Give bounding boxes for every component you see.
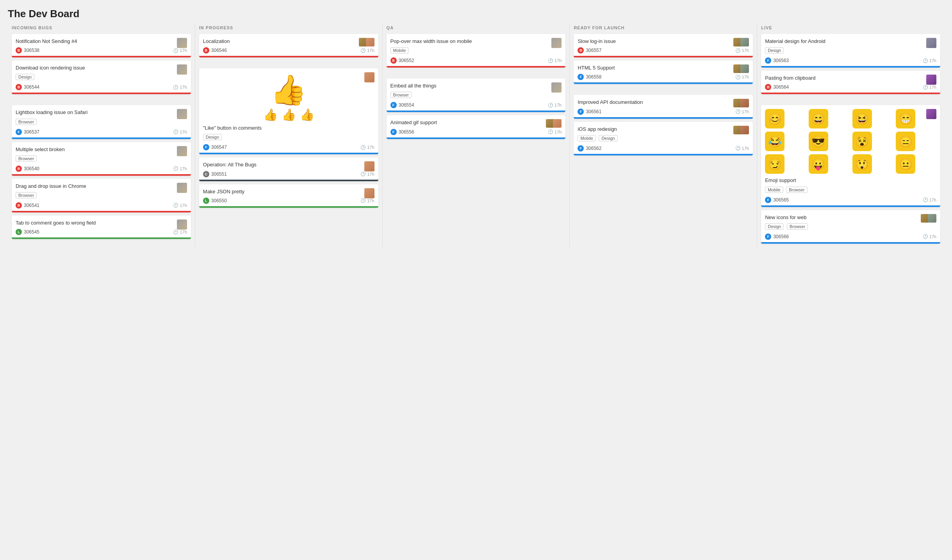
card-bar — [761, 242, 940, 244]
time-info: 🕐 17h — [360, 198, 374, 203]
card-api-docs[interactable]: Improved API documentation F 306561 🕐 17… — [574, 95, 753, 118]
clock-icon: 🕐 — [735, 48, 741, 53]
badge-f: F — [578, 145, 584, 152]
issue-id: L 306545 — [16, 229, 39, 235]
emoji-face-2: 😄 — [809, 109, 828, 128]
tag-browser[interactable]: Browser — [16, 119, 37, 125]
time-value: 17h — [929, 58, 936, 63]
time-value: 17h — [742, 75, 749, 79]
clock-icon: 🕐 — [735, 75, 741, 80]
card-pasting-clipboard[interactable]: Pasting from clipboard B 306564 🕐 17h — [761, 71, 940, 94]
badge-l: L — [16, 229, 22, 235]
badge-b: B — [16, 166, 22, 172]
time-value: 17h — [367, 172, 374, 177]
tag-browser[interactable]: Browser — [16, 155, 37, 162]
card-title: HTML 5 Support — [578, 64, 749, 71]
clock-icon: 🕐 — [923, 85, 928, 90]
badge-f: F — [578, 74, 584, 80]
avatar — [740, 99, 749, 107]
issue-number: 306546 — [211, 48, 227, 53]
avatar — [928, 214, 936, 223]
tag-design[interactable]: Design — [203, 134, 222, 140]
time-value: 17h — [554, 58, 562, 63]
card-slow-login[interactable]: Slow log-in issue B 306557 🕐 17h — [574, 34, 753, 57]
tag-design[interactable]: Design — [765, 223, 784, 230]
issue-id: F 306565 — [765, 197, 789, 203]
time-value: 17h — [180, 130, 187, 134]
card-operation-bugs[interactable]: Operation: All The Bugs C 306551 🕐 17h — [199, 157, 378, 181]
card-title: Localization — [203, 38, 374, 45]
time-info: 🕐 17h — [923, 58, 936, 63]
card-bar — [387, 137, 566, 139]
tag-mobile[interactable]: Mobile — [578, 135, 595, 141]
issue-number: 306547 — [211, 144, 227, 150]
time-value: 17h — [180, 203, 187, 208]
card-lightbox[interactable]: Lightbox loading issue on Safari Browser… — [12, 105, 191, 139]
card-ios-redesign[interactable]: iOS app redesign Mobile Design F 306562 … — [574, 122, 753, 155]
tag-browser[interactable]: Browser — [390, 92, 412, 98]
avatar-group — [733, 64, 749, 73]
issue-number: 306545 — [24, 229, 39, 235]
clock-icon: 🕐 — [548, 103, 553, 108]
issue-id: F 306558 — [578, 74, 601, 80]
tag-browser[interactable]: Browser — [786, 187, 807, 193]
issue-id: B 306544 — [16, 84, 39, 90]
card-material-design[interactable]: Material design for Android Design F 306… — [761, 34, 940, 68]
card-download-icon[interactable]: Download icon rendering issue Design B 3… — [12, 61, 191, 94]
time-info: 🕐 17h — [173, 85, 187, 90]
card-localization[interactable]: Localization B 306546 🕐 17h — [199, 34, 378, 57]
clock-icon: 🕐 — [173, 166, 178, 171]
card-gif[interactable]: Animated gif support F 306556 🕐 17h — [387, 115, 566, 139]
clock-icon: 🕐 — [173, 203, 178, 208]
card-embed[interactable]: Embed all the things Browser F 306554 🕐 … — [387, 78, 566, 112]
card-bar — [574, 82, 753, 84]
tag-design[interactable]: Design — [599, 135, 617, 141]
time-info: 🕐 17h — [548, 58, 562, 63]
card-title: Slow log-in issue — [578, 38, 749, 45]
tag-design[interactable]: Design — [16, 74, 34, 80]
badge-b: B — [765, 84, 771, 90]
emoji-face-7: 😵 — [852, 132, 872, 151]
card-notification[interactable]: Notification Not Sending #4 B 306538 🕐 1… — [12, 34, 191, 57]
tag-browser[interactable]: Browser — [787, 223, 808, 230]
issue-id: B 306540 — [16, 166, 39, 172]
card-tab-comment[interactable]: Tab to comment goes to wrong field L 306… — [12, 216, 191, 239]
card-new-icons[interactable]: New icons for web Design Browser F 30656… — [761, 210, 940, 244]
issue-id: F 306562 — [578, 145, 601, 152]
issue-number: 306557 — [586, 48, 601, 53]
issue-number: 306544 — [24, 84, 39, 90]
tag-design[interactable]: Design — [765, 47, 784, 54]
time-info: 🕐 17h — [735, 48, 749, 53]
tag-mobile[interactable]: Mobile — [390, 47, 408, 54]
avatar — [364, 188, 374, 198]
card-emoji-support[interactable]: 😊 😄 😆 😁 😂 😎 😵 😑 😏 😛 😲 😐 Emoji support Mo… — [761, 105, 940, 207]
issue-id: B 306564 — [765, 84, 789, 90]
avatar-group — [359, 38, 374, 46]
card-popover[interactable]: Pop-over max width issue on mobile Mobil… — [387, 34, 566, 68]
card-drag-drop[interactable]: Drag and drop issue in Chrome Browser B … — [12, 179, 191, 212]
issue-number: 306554 — [399, 102, 414, 108]
card-like-button[interactable]: 👍 👍 👍 👍 "Like" button in comments Design… — [199, 68, 378, 154]
card-bar — [761, 205, 940, 207]
badge-f: F — [203, 144, 209, 150]
card-html5[interactable]: HTML 5 Support F 306558 🕐 17h — [574, 61, 753, 84]
badge-f: F — [390, 129, 397, 135]
badge-f: F — [16, 129, 22, 135]
time-value: 17h — [180, 166, 187, 171]
tag-browser[interactable]: Browser — [16, 192, 37, 198]
avatar — [177, 64, 187, 75]
issue-id: F 306537 — [16, 129, 39, 135]
card-title: Make JSON pretty — [203, 188, 374, 195]
time-info: 🕐 17h — [360, 48, 374, 53]
emoji-grid: 😊 😄 😆 😁 😂 😎 😵 😑 😏 😛 😲 😐 — [765, 109, 936, 174]
emoji-face-4: 😁 — [896, 109, 915, 128]
issue-id: F 306563 — [765, 57, 789, 64]
card-make-json[interactable]: Make JSON pretty L 306550 🕐 17h — [199, 184, 378, 208]
card-bar — [12, 56, 191, 57]
card-title: Drag and drop issue in Chrome — [16, 183, 187, 190]
card-multiple-select[interactable]: Multiple select broken Browser B 306540 … — [12, 142, 191, 176]
card-title: "Like" button in comments — [203, 125, 374, 132]
time-value: 17h — [742, 146, 749, 151]
clock-icon: 🕐 — [923, 197, 928, 202]
tag-mobile[interactable]: Mobile — [765, 187, 783, 193]
